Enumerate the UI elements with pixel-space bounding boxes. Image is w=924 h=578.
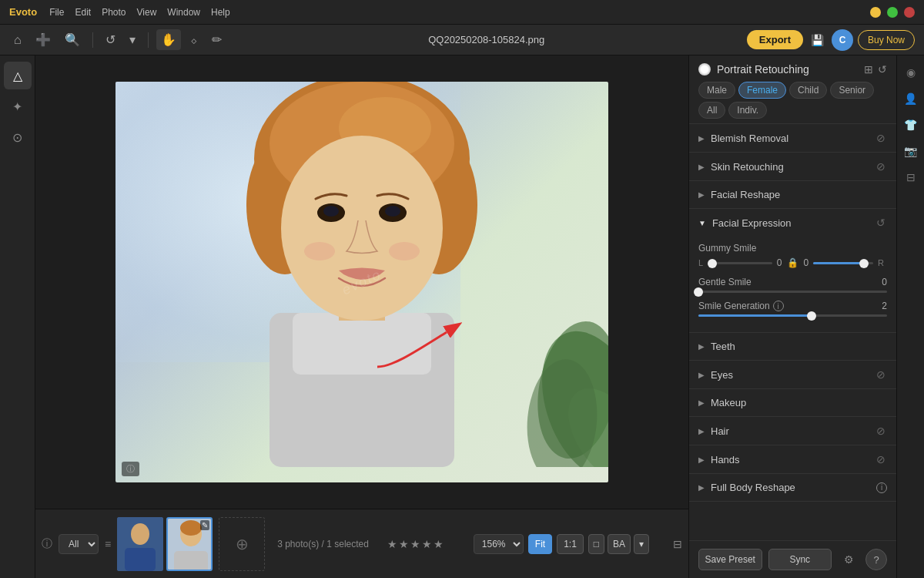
home-btn[interactable]: ⌂ [9, 30, 26, 50]
section-skin-header[interactable]: ▶ Skin Retouching ⊘ [689, 153, 896, 180]
right-sidebar: Portrait Retouching ⊞ ↺ Male Female Chil… [688, 55, 896, 578]
hair-edit-btn[interactable]: ⊘ [875, 425, 887, 437]
search-btn[interactable]: 🔍 [60, 29, 85, 50]
facial-expression-arrow-icon: ▼ [698, 219, 706, 227]
save-preset-btn[interactable]: Save Preset [698, 549, 762, 570]
zoom-control: 156% [474, 534, 524, 554]
menu-view[interactable]: View [137, 7, 157, 18]
text-view-btn[interactable]: BA [608, 534, 631, 554]
thumbnail-1[interactable] [117, 517, 163, 571]
save-icon-btn[interactable]: 💾 [808, 31, 827, 49]
1to1-btn[interactable]: 1:1 [557, 534, 584, 554]
blemish-edit-btn[interactable]: ⊘ [875, 132, 887, 144]
expand-view-btn[interactable]: ▾ [634, 534, 649, 554]
left-btn-layers[interactable]: △ [4, 62, 32, 89]
sort-icon[interactable]: ≡ [105, 538, 111, 550]
maximize-btn[interactable] [887, 7, 898, 18]
star-5[interactable]: ★ [434, 538, 444, 550]
undo-btn[interactable]: ↺ [101, 29, 120, 50]
section-makeup-header[interactable]: ▶ Makeup [689, 389, 896, 416]
star-2[interactable]: ★ [399, 538, 409, 550]
section-blemish-header[interactable]: ▶ Blemish Removal ⊘ [689, 124, 896, 152]
section-full-body-header[interactable]: ▶ Full Body Reshape i [689, 474, 896, 501]
section-hair-header[interactable]: ▶ Hair ⊘ [689, 417, 896, 445]
right-icon-layers[interactable]: ⊟ [900, 166, 922, 188]
gummy-smile-r-track[interactable] [813, 262, 873, 264]
star-3[interactable]: ★ [410, 538, 420, 550]
select-btn[interactable]: ⬦ [186, 30, 203, 50]
close-btn[interactable] [904, 7, 915, 18]
gummy-smile-lock-icon[interactable]: 🔒 [787, 257, 799, 269]
expand-filmstrip-btn[interactable]: ⊟ [673, 538, 682, 550]
gummy-smile-label-row: Gummy Smile [698, 243, 887, 254]
zoom-select[interactable]: 156% [474, 534, 524, 554]
right-icon-camera[interactable]: 📷 [900, 140, 922, 162]
gummy-smile-l-track[interactable] [712, 262, 772, 264]
menu-window[interactable]: Window [167, 7, 200, 18]
right-icon-shirt[interactable]: 👕 [900, 114, 922, 136]
add-photo-btn[interactable]: ⊕ [219, 517, 265, 571]
makeup-arrow-icon: ▶ [698, 398, 705, 407]
menu-file[interactable]: File [49, 7, 64, 18]
right-icon-face[interactable]: ◉ [900, 62, 922, 83]
user-avatar[interactable]: C [832, 29, 853, 51]
smile-generation-thumb[interactable] [807, 311, 816, 321]
add-btn[interactable]: ➕ [31, 29, 55, 50]
section-teeth-header[interactable]: ▶ Teeth [689, 333, 896, 360]
expand-icon-btn[interactable]: ⊞ [864, 63, 873, 76]
smile-generation-track[interactable] [698, 314, 887, 317]
hands-edit-btn[interactable]: ⊘ [875, 453, 887, 465]
undo-dropdown-btn[interactable]: ▾ [125, 29, 140, 50]
section-facial-expression-header[interactable]: ▼ Facial Expression ↺ [689, 209, 896, 237]
tab-female[interactable]: Female [738, 82, 786, 99]
thumbnail-2[interactable]: ✎ [166, 517, 213, 571]
pan-btn[interactable]: ✋ [156, 29, 181, 50]
eyes-edit-btn[interactable]: ⊘ [875, 368, 887, 381]
canvas-image[interactable]: evoto ⓘ [116, 82, 608, 482]
toolbar-sep-1 [92, 32, 93, 48]
sync-options-icon[interactable]: ⚙ [838, 549, 859, 570]
canvas-content: evoto ⓘ [35, 55, 688, 509]
buy-now-button[interactable]: Buy Now [858, 30, 915, 50]
gummy-smile-r-thumb[interactable] [859, 259, 869, 268]
section-facial-reshape-header[interactable]: ▶ Facial Reshape [689, 181, 896, 208]
help-btn[interactable]: ? [865, 549, 887, 570]
titlebar: Evoto File Edit Photo View Window Help [0, 0, 924, 25]
full-body-info-icon[interactable]: i [876, 482, 887, 493]
section-hands-header[interactable]: ▶ Hands ⊘ [689, 445, 896, 473]
blemish-arrow-icon: ▶ [698, 134, 705, 143]
brush-btn[interactable]: ✏ [207, 29, 226, 50]
left-btn-adjust[interactable]: ✦ [4, 92, 32, 120]
facial-expression-reset-btn[interactable]: ↺ [875, 217, 887, 229]
tab-all[interactable]: All [698, 102, 725, 119]
smile-gen-info-icon[interactable]: i [773, 301, 784, 311]
minimize-btn[interactable] [870, 7, 881, 18]
star-1[interactable]: ★ [387, 538, 397, 550]
section-eyes-header[interactable]: ▶ Eyes ⊘ [689, 361, 896, 388]
fit-btn[interactable]: Fit [528, 534, 552, 554]
star-4[interactable]: ★ [422, 538, 432, 550]
refresh-icon-btn[interactable]: ↺ [878, 63, 887, 76]
pt-actions: ⊞ ↺ [864, 63, 887, 76]
filter-select[interactable]: All [59, 534, 99, 554]
right-icon-person[interactable]: 👤 [900, 88, 922, 109]
tab-male[interactable]: Male [698, 82, 735, 99]
menu-edit[interactable]: Edit [75, 7, 91, 18]
skin-edit-btn[interactable]: ⊘ [875, 160, 887, 173]
canvas-area: evoto ⓘ ⓘ [35, 55, 688, 578]
menu-photo[interactable]: Photo [102, 7, 126, 18]
tab-indiv[interactable]: Indiv. [728, 102, 767, 119]
export-button[interactable]: Export [747, 30, 803, 49]
gentle-smile-track[interactable] [698, 291, 887, 293]
gentle-smile-thumb[interactable] [694, 287, 703, 297]
grid-view-btn[interactable]: □ [588, 534, 604, 554]
sync-btn[interactable]: Sync [768, 549, 832, 570]
view-buttons: □ BA ▾ [588, 534, 649, 554]
tab-child[interactable]: Child [789, 82, 827, 99]
left-btn-history[interactable]: ⊙ [4, 123, 32, 151]
svg-point-14 [304, 242, 335, 260]
menu-help[interactable]: Help [211, 7, 230, 18]
face-svg [270, 128, 454, 328]
tab-senior[interactable]: Senior [830, 82, 874, 99]
gummy-smile-l-thumb[interactable] [708, 259, 717, 268]
